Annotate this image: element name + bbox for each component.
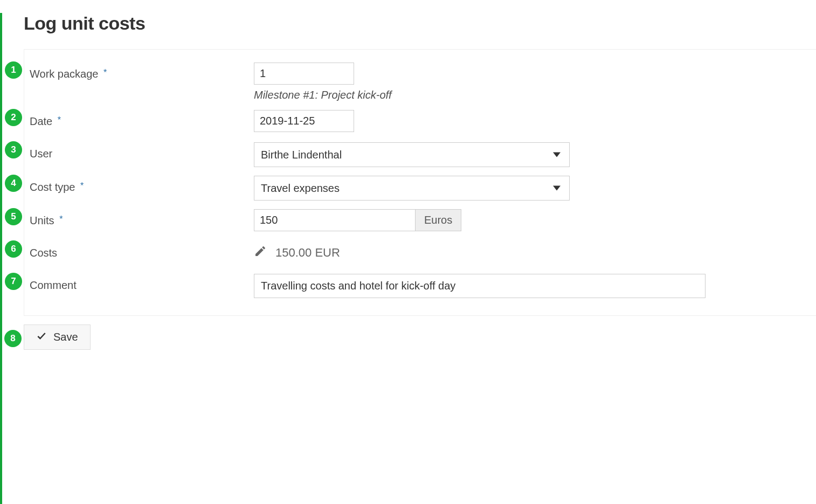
annotation-badge-1: 1 <box>5 61 22 79</box>
chevron-down-icon <box>553 186 561 191</box>
row-work-package: 1 Work package * Milestone #1: Project k… <box>24 58 816 106</box>
required-marker: * <box>80 181 84 190</box>
check-icon <box>36 330 47 344</box>
label-text: Units <box>30 215 54 226</box>
save-button[interactable]: Save <box>24 325 91 350</box>
user-select-value: Birthe Lindenthal <box>261 149 342 161</box>
log-cost-form: 1 Work package * Milestone #1: Project k… <box>24 49 816 316</box>
label-text: Cost type <box>30 181 75 193</box>
row-cost-type: 4 Cost type * Travel expenses <box>24 171 816 205</box>
work-package-input[interactable] <box>254 63 354 85</box>
label-user: User <box>30 142 254 160</box>
date-input[interactable] <box>254 110 354 132</box>
comment-input[interactable] <box>254 274 706 298</box>
row-units: 5 Units * Euros <box>24 205 816 237</box>
label-work-package: Work package * <box>30 63 254 80</box>
row-costs: 6 Costs 150.00 EUR <box>24 237 816 270</box>
costs-value: 150.00 EUR <box>275 246 340 260</box>
row-date: 2 Date * <box>24 106 816 138</box>
label-cost-type: Cost type * <box>30 176 254 194</box>
required-marker: * <box>58 115 61 125</box>
annotation-badge-7: 7 <box>5 273 22 290</box>
annotation-left-bar <box>0 13 2 504</box>
annotation-badge-5: 5 <box>5 208 22 225</box>
label-comment: Comment <box>30 274 254 292</box>
units-input[interactable] <box>254 209 416 231</box>
pencil-icon[interactable] <box>254 245 267 261</box>
cost-type-select[interactable]: Travel expenses <box>254 176 570 201</box>
label-text: Comment <box>30 279 77 291</box>
row-comment: 7 Comment <box>24 270 816 302</box>
required-marker: * <box>59 215 63 224</box>
page-title: Log unit costs <box>24 13 816 34</box>
save-button-label: Save <box>53 331 78 343</box>
annotation-badge-6: 6 <box>5 240 22 258</box>
label-text: Date <box>30 115 52 127</box>
annotation-badge-2: 2 <box>5 109 22 126</box>
label-text: Costs <box>30 247 57 259</box>
annotation-badge-8: 8 <box>4 330 22 347</box>
label-units: Units * <box>30 209 254 227</box>
row-user: 3 User Birthe Lindenthal <box>24 138 816 171</box>
label-text: User <box>30 148 52 160</box>
label-text: Work package <box>30 68 98 80</box>
required-marker: * <box>103 68 107 77</box>
label-date: Date * <box>30 110 254 128</box>
label-costs: Costs <box>30 241 254 259</box>
chevron-down-icon <box>553 153 561 157</box>
user-select[interactable]: Birthe Lindenthal <box>254 142 570 167</box>
annotation-badge-3: 3 <box>5 141 22 158</box>
annotation-badge-4: 4 <box>5 175 22 192</box>
work-package-subtitle: Milestone #1: Project kick-off <box>254 89 708 101</box>
cost-type-select-value: Travel expenses <box>261 182 340 195</box>
units-suffix: Euros <box>416 209 461 231</box>
